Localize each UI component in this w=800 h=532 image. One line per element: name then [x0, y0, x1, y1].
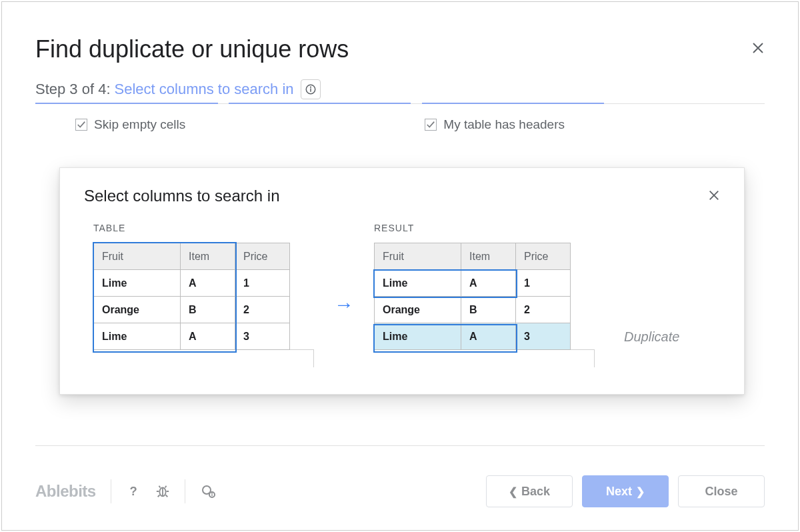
svg-rect-8 [211, 494, 212, 496]
popover-title: Select columns to search in [84, 187, 279, 205]
header: Find duplicate or unique rows [35, 35, 765, 79]
table-row: Lime A 3 [94, 323, 314, 350]
result-label: RESULT [374, 223, 595, 233]
table-row: Orange B 2 [375, 297, 595, 323]
table-header: Price [516, 243, 571, 270]
progress-bar [35, 103, 765, 104]
search-info-icon[interactable] [200, 483, 216, 499]
skip-empty-label: Skip empty cells [94, 117, 185, 132]
dialog-title: Find duplicate or unique rows [35, 35, 349, 63]
info-popover: Select columns to search in TABLE Fruit … [59, 167, 745, 395]
popover-close-icon[interactable] [708, 187, 720, 205]
step-indicator: Step 3 of 4: Select columns to search in [35, 79, 765, 99]
svg-rect-2 [310, 89, 311, 92]
arrow-right-icon: → [330, 293, 358, 316]
skip-empty-checkbox[interactable]: Skip empty cells [75, 117, 185, 132]
source-grid: Fruit Item Price Lime A 1 Orange [93, 243, 314, 367]
help-icon[interactable]: ? [126, 484, 141, 499]
chevron-right-icon: ❯ [636, 485, 645, 498]
step-label: Select columns to search in [115, 81, 294, 98]
close-icon[interactable] [751, 39, 765, 58]
svg-point-7 [211, 493, 213, 494]
table-header: Fruit [94, 243, 181, 270]
diagram-source: TABLE Fruit Item Price Lime A 1 [93, 223, 314, 367]
footer-separator [35, 445, 765, 446]
table-row: Lime A 1 [375, 270, 595, 297]
info-icon[interactable] [301, 79, 321, 99]
checkmark-icon [75, 119, 87, 131]
table-header: Price [235, 243, 290, 270]
source-label: TABLE [93, 223, 314, 233]
back-button[interactable]: ❮ Back [486, 475, 573, 507]
has-headers-label: My table has headers [443, 117, 565, 132]
bug-icon[interactable] [155, 484, 170, 499]
table-row: Orange B 2 [94, 297, 314, 323]
svg-point-1 [310, 87, 311, 88]
next-button[interactable]: Next ❯ [582, 475, 669, 507]
table-header: Item [181, 243, 235, 270]
has-headers-checkbox[interactable]: My table has headers [425, 117, 565, 132]
diagram-result: RESULT Fruit Item Price Lime A 1 [374, 223, 595, 367]
duplicate-label: Duplicate [624, 329, 679, 345]
options-row: Skip empty cells My table has headers [35, 104, 765, 132]
table-row-duplicate: Lime A 3 [375, 323, 595, 350]
table-row: Lime A 1 [94, 270, 314, 297]
table-header: Item [461, 243, 516, 270]
table-header: Fruit [375, 243, 461, 270]
footer: Ablebits ? [35, 475, 765, 507]
step-prefix: Step 3 of 4: [35, 81, 111, 98]
chevron-left-icon: ❮ [509, 485, 517, 498]
dialog-window: Find duplicate or unique rows Step 3 of … [1, 1, 799, 531]
diagram: TABLE Fruit Item Price Lime A 1 [84, 223, 720, 367]
brand-logo: Ablebits [35, 482, 96, 501]
result-grid: Fruit Item Price Lime A 1 Orange [374, 243, 595, 367]
close-button[interactable]: Close [678, 475, 765, 507]
svg-text:?: ? [129, 484, 137, 498]
checkmark-icon [425, 119, 437, 131]
